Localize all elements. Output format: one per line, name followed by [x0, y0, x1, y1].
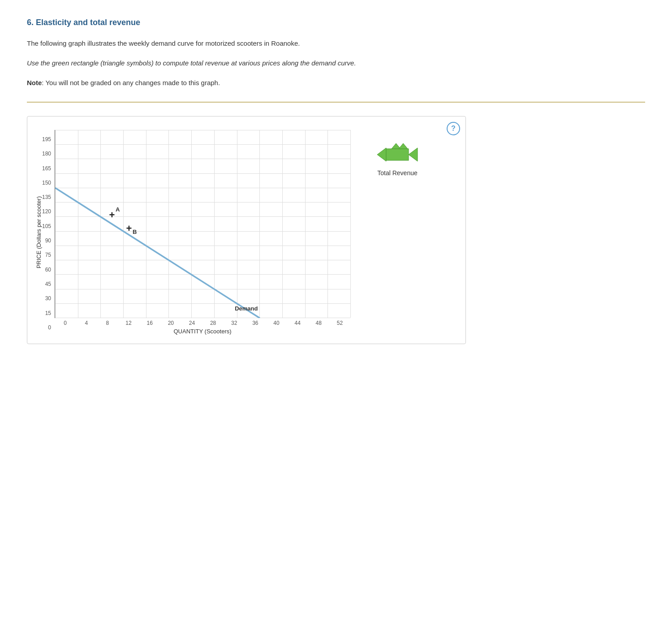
y-tick-195: 195	[42, 132, 51, 147]
svg-marker-4	[399, 143, 408, 149]
legend-area: Total Revenue	[350, 130, 431, 335]
y-axis-label: PRICE (Dollars per scooter)	[32, 196, 42, 268]
y-tick-90: 90	[45, 233, 51, 248]
y-tick-75: 75	[45, 248, 51, 262]
note-text: Note: You will not be graded on any chan…	[27, 78, 645, 88]
section-title: 6. Elasticity and total revenue	[27, 18, 645, 27]
x-tick-52: 52	[329, 320, 350, 326]
point-a-crosshair[interactable]: +	[109, 209, 115, 221]
y-tick-135: 135	[42, 190, 51, 204]
svg-marker-2	[409, 148, 418, 161]
x-tick-0: 0	[55, 320, 76, 326]
x-tick-8: 8	[97, 320, 118, 326]
x-tick-32: 32	[224, 320, 245, 326]
y-tick-120: 120	[42, 204, 51, 219]
note-label: Note	[27, 79, 42, 86]
y-tick-15: 15	[45, 306, 51, 320]
x-tick-28: 28	[202, 320, 224, 326]
graph-container: ? PRICE (Dollars per scooter) 0153045607…	[27, 116, 466, 344]
chart-area: PRICE (Dollars per scooter) 015304560759…	[32, 130, 457, 335]
y-tick-30: 30	[45, 291, 51, 306]
legend-label: Total Revenue	[377, 169, 418, 177]
x-tick-20: 20	[160, 320, 181, 326]
point-a-label: A	[116, 206, 120, 213]
x-ticks: 0481216202428323640444852	[55, 318, 350, 326]
chart-body: 0153045607590105120135150165180195 Deman…	[42, 130, 457, 335]
y-tick-180: 180	[42, 147, 51, 161]
legend-symbol	[373, 143, 422, 166]
instruction-text: Use the green rectangle (triangle symbol…	[27, 58, 645, 69]
y-tick-165: 165	[42, 161, 51, 175]
y-tick-0: 0	[48, 320, 51, 335]
y-tick-150: 150	[42, 176, 51, 190]
point-b-label: B	[133, 229, 137, 235]
chart-inner: 0153045607590105120135150165180195 Deman…	[42, 130, 457, 335]
demand-line	[55, 188, 260, 318]
x-tick-44: 44	[287, 320, 308, 326]
divider	[27, 102, 645, 103]
x-tick-36: 36	[245, 320, 266, 326]
y-tick-45: 45	[45, 277, 51, 291]
x-tick-24: 24	[181, 320, 202, 326]
y-tick-105: 105	[42, 219, 51, 233]
help-button[interactable]: ?	[447, 122, 460, 135]
x-axis-label: QUANTITY (Scooters)	[55, 328, 350, 335]
y-ticks: 0153045607590105120135150165180195	[42, 130, 55, 335]
svg-rect-1	[386, 149, 409, 160]
x-tick-48: 48	[308, 320, 329, 326]
description-text: The following graph illustrates the week…	[27, 38, 645, 49]
x-tick-16: 16	[139, 320, 160, 326]
plot-area[interactable]: Demand+A+B	[55, 130, 350, 318]
y-tick-60: 60	[45, 263, 51, 277]
x-tick-12: 12	[118, 320, 139, 326]
svg-marker-0	[377, 148, 386, 161]
demand-svg	[55, 130, 351, 318]
x-tick-40: 40	[266, 320, 287, 326]
x-tick-4: 4	[76, 320, 97, 326]
point-b-crosshair[interactable]: +	[126, 223, 132, 234]
demand-label: Demand	[235, 305, 258, 312]
legend-icon	[373, 143, 422, 166]
